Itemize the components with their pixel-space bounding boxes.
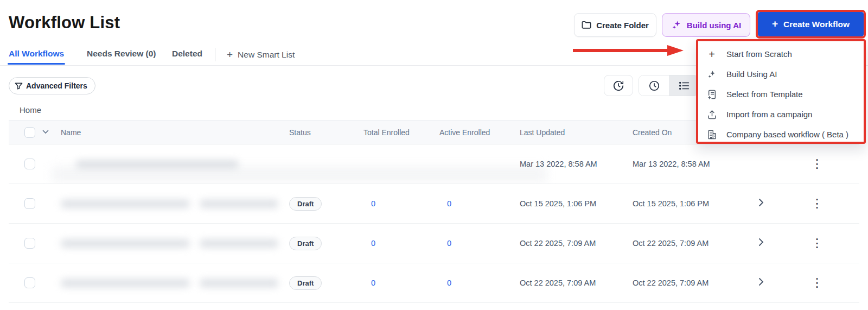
- tab-needs-review[interactable]: Needs Review (0): [87, 49, 156, 59]
- create-workflow-dropdown: + Start from Scratch Build Using AI: [696, 39, 866, 144]
- menu-item-label: Start from Scratch: [726, 49, 792, 59]
- last-updated-value: Oct 22 2025, 7:09 AM: [520, 239, 596, 248]
- company-building-icon: [706, 130, 717, 140]
- chevron-right-icon[interactable]: [758, 277, 764, 286]
- status-badge: Draft: [289, 197, 322, 211]
- col-active-enrolled: Active Enrolled: [439, 128, 490, 137]
- build-using-ai-label: Build using AI: [687, 21, 741, 30]
- menu-item-label: Select from Template: [726, 90, 803, 99]
- tab-divider: [215, 48, 215, 61]
- col-total-enrolled: Total Enrolled: [363, 128, 410, 137]
- col-last-updated: Last Updated: [520, 128, 565, 137]
- plus-icon: +: [227, 49, 233, 61]
- folder-icon: [582, 21, 591, 29]
- total-enrolled-value[interactable]: 0: [371, 239, 375, 248]
- menu-item-company-based-workflow[interactable]: Company based workflow ( Beta ): [698, 124, 864, 144]
- breadcrumb[interactable]: Home: [20, 105, 41, 115]
- row-checkbox[interactable]: [24, 277, 35, 288]
- col-created-on: Created On: [633, 128, 672, 137]
- plus-icon: +: [772, 18, 778, 30]
- funnel-icon: [15, 82, 23, 90]
- select-all-checkbox[interactable]: [24, 127, 35, 138]
- tab-deleted[interactable]: Deleted: [172, 49, 202, 59]
- menu-item-select-from-template[interactable]: Select from Template: [698, 84, 864, 104]
- row-menu-kebab-icon[interactable]: ⋮: [810, 274, 824, 292]
- view-recent-toggle[interactable]: [639, 75, 669, 96]
- menu-item-start-from-scratch[interactable]: + Start from Scratch: [698, 44, 864, 64]
- status-badge: Draft: [289, 276, 322, 290]
- plus-icon: +: [706, 49, 717, 59]
- history-clock-icon: [612, 80, 624, 92]
- menu-item-import-from-campaign[interactable]: Import from a campaign: [698, 104, 864, 124]
- import-upload-icon: [706, 110, 717, 119]
- advanced-filters-label: Advanced Filters: [26, 81, 87, 90]
- view-toggle: [639, 75, 699, 96]
- total-enrolled-value[interactable]: 0: [371, 279, 375, 287]
- sparkles-icon: [706, 69, 717, 79]
- redacted-name-blur: [52, 166, 547, 182]
- created-on-value: Mar 13 2022, 8:58 AM: [633, 160, 710, 168]
- table-row[interactable]: Draft 0 0 Oct 22 2025, 7:09 AM Oct 22 20…: [9, 224, 859, 263]
- redacted-name-blur: [200, 239, 278, 248]
- redacted-name-blur: [76, 160, 239, 168]
- redacted-name-blur: [200, 200, 278, 208]
- row-menu-kebab-icon[interactable]: ⋮: [810, 195, 824, 212]
- created-on-value: Oct 22 2025, 7:09 AM: [633, 279, 709, 287]
- row-checkbox[interactable]: [24, 238, 35, 249]
- table-row[interactable]: Draft 0 0 Oct 22 2025, 7:09 AM Oct 22 20…: [9, 263, 859, 303]
- row-menu-kebab-icon[interactable]: ⋮: [810, 235, 824, 252]
- active-enrolled-value[interactable]: 0: [447, 199, 451, 208]
- last-updated-value: Oct 22 2025, 7:09 AM: [520, 279, 596, 287]
- annotation-box-create-workflow: + Create Workflow: [756, 10, 866, 39]
- view-list-toggle[interactable]: [669, 75, 699, 96]
- redacted-name-blur: [61, 200, 190, 208]
- chevron-right-icon[interactable]: [758, 238, 764, 246]
- chevron-right-icon[interactable]: [758, 198, 764, 207]
- menu-item-label: Import from a campaign: [726, 110, 812, 119]
- list-icon: [678, 80, 690, 92]
- chevron-down-icon[interactable]: [42, 130, 49, 134]
- row-menu-kebab-icon[interactable]: ⋮: [810, 155, 824, 173]
- page-title: Workflow List: [9, 13, 120, 33]
- advanced-filters-button[interactable]: Advanced Filters: [9, 77, 95, 94]
- workflow-list-page: Workflow List Create Folder Build using …: [0, 0, 868, 310]
- workflow-table: Name Status Total Enrolled Active Enroll…: [9, 120, 859, 303]
- active-enrolled-value[interactable]: 0: [447, 279, 451, 287]
- created-on-value: Oct 15 2025, 1:06 PM: [633, 199, 709, 208]
- status-badge: Draft: [289, 237, 322, 250]
- table-row[interactable]: Mar 13 2022, 8:58 AM Mar 13 2022, 8:58 A…: [9, 144, 859, 184]
- row-checkbox[interactable]: [24, 159, 35, 169]
- redacted-name-blur: [61, 239, 190, 248]
- created-on-value: Oct 22 2025, 7:09 AM: [633, 239, 709, 248]
- row-checkbox[interactable]: [24, 198, 35, 209]
- new-smart-list-label: New Smart List: [238, 50, 295, 60]
- create-folder-label: Create Folder: [596, 21, 649, 30]
- build-using-ai-button[interactable]: Build using AI: [662, 13, 750, 37]
- redacted-name-blur: [200, 279, 278, 287]
- col-status: Status: [289, 128, 311, 137]
- create-workflow-label: Create Workflow: [783, 20, 850, 29]
- last-updated-value: Oct 15 2025, 1:06 PM: [520, 199, 596, 208]
- new-smart-list-button[interactable]: + New Smart List: [227, 49, 295, 61]
- redacted-name-blur: [61, 279, 190, 287]
- total-enrolled-value[interactable]: 0: [371, 199, 375, 208]
- last-updated-value: Mar 13 2022, 8:58 AM: [520, 160, 597, 168]
- template-icon: [706, 90, 717, 99]
- sparkles-icon: [671, 20, 682, 30]
- run-history-button[interactable]: [604, 75, 633, 96]
- create-workflow-button[interactable]: + Create Workflow: [758, 12, 864, 36]
- menu-item-build-using-ai[interactable]: Build Using AI: [698, 64, 864, 84]
- clock-icon: [648, 80, 660, 92]
- menu-item-label: Build Using AI: [726, 69, 777, 79]
- tab-all-workflows[interactable]: All Workflows: [9, 49, 64, 59]
- create-folder-button[interactable]: Create Folder: [574, 13, 656, 37]
- menu-item-label: Company based workflow ( Beta ): [726, 130, 848, 139]
- col-name: Name: [61, 128, 81, 137]
- active-enrolled-value[interactable]: 0: [447, 239, 451, 248]
- table-row[interactable]: Draft 0 0 Oct 15 2025, 1:06 PM Oct 15 20…: [9, 184, 859, 224]
